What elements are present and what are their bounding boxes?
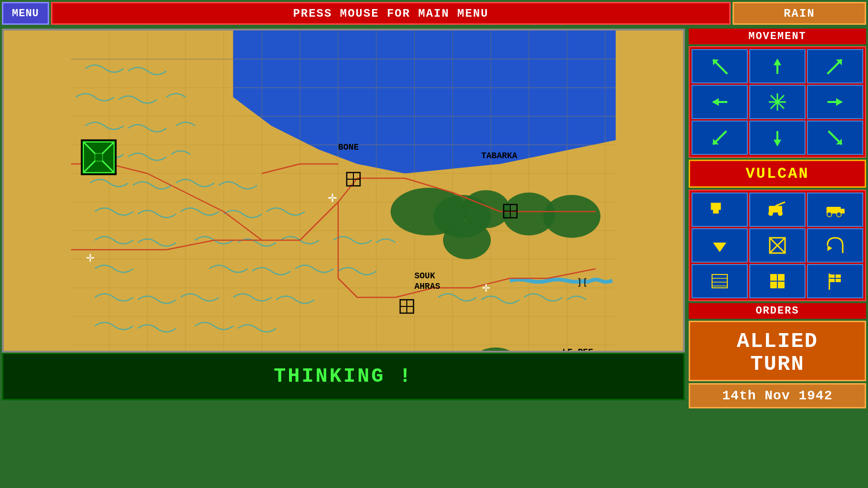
bone-label: BONE <box>338 142 359 152</box>
move-sw[interactable] <box>692 121 748 155</box>
svg-marker-100 <box>712 98 719 106</box>
svg-marker-127 <box>825 244 832 251</box>
svg-point-121 <box>827 212 832 217</box>
order-grid[interactable] <box>749 264 806 298</box>
order-down[interactable] <box>692 228 748 263</box>
svg-rect-120 <box>841 209 845 214</box>
svg-marker-110 <box>774 140 781 146</box>
svg-text:][: ][ <box>577 276 588 288</box>
svg-point-118 <box>778 211 783 216</box>
move-center[interactable] <box>749 85 806 119</box>
move-n[interactable] <box>749 49 806 83</box>
le-ref-label: LE REF <box>562 347 593 351</box>
order-truck[interactable] <box>807 193 863 227</box>
svg-text:✛: ✛ <box>482 282 490 294</box>
souk-ahras-label: SOUK <box>414 271 435 281</box>
map-container[interactable]: BONE TABARKA SOUK AHRAS LE REF ✛ ✛ ✛ <box>2 29 685 353</box>
order-flag[interactable] <box>807 264 863 298</box>
order-unit[interactable] <box>692 193 748 227</box>
move-w[interactable] <box>692 85 748 119</box>
svg-point-44 <box>543 195 600 238</box>
svg-marker-96 <box>774 59 781 65</box>
souk-ahras-label2: AHRAS <box>414 282 440 291</box>
allied-turn-panel: ALLIED TURN <box>689 321 866 381</box>
svg-text:✛: ✛ <box>86 252 94 264</box>
svg-point-122 <box>837 212 841 217</box>
svg-line-116 <box>775 202 785 206</box>
svg-point-45 <box>443 221 491 259</box>
menu-button[interactable]: MENU <box>2 2 49 25</box>
move-se[interactable] <box>807 121 863 155</box>
movement-grid <box>689 46 866 158</box>
move-e[interactable] <box>807 85 863 119</box>
move-s[interactable] <box>749 121 806 155</box>
order-defend[interactable] <box>749 228 806 263</box>
movement-label: MOVEMENT <box>689 29 866 44</box>
order-list[interactable] <box>692 264 748 298</box>
svg-point-117 <box>768 211 773 216</box>
orders-label: ORDERS <box>689 303 866 319</box>
orders-grid <box>689 190 866 301</box>
svg-rect-113 <box>711 203 721 210</box>
sidebar: MOVEMENT <box>687 27 868 488</box>
svg-rect-91 <box>95 153 103 161</box>
bottom-status-bar: THINKING ! <box>2 353 685 400</box>
date-display: 14th Nov 1942 <box>689 383 866 408</box>
order-turn[interactable] <box>807 228 863 263</box>
svg-marker-106 <box>836 98 843 106</box>
svg-text:✛: ✛ <box>328 192 337 204</box>
press-mouse-banner: PRESS MOUSE FOR MAIN MENU <box>51 2 731 25</box>
weather-display: RAIN <box>733 2 866 25</box>
move-ne[interactable] <box>807 49 863 83</box>
svg-marker-123 <box>713 243 726 252</box>
move-nw[interactable] <box>692 49 748 83</box>
tabarka-label: TABARKA <box>481 151 517 161</box>
thinking-text: THINKING ! <box>274 365 413 388</box>
order-artillery[interactable] <box>749 193 806 227</box>
vulcan-button[interactable]: VULCAN <box>689 160 866 188</box>
svg-rect-114 <box>713 210 719 214</box>
